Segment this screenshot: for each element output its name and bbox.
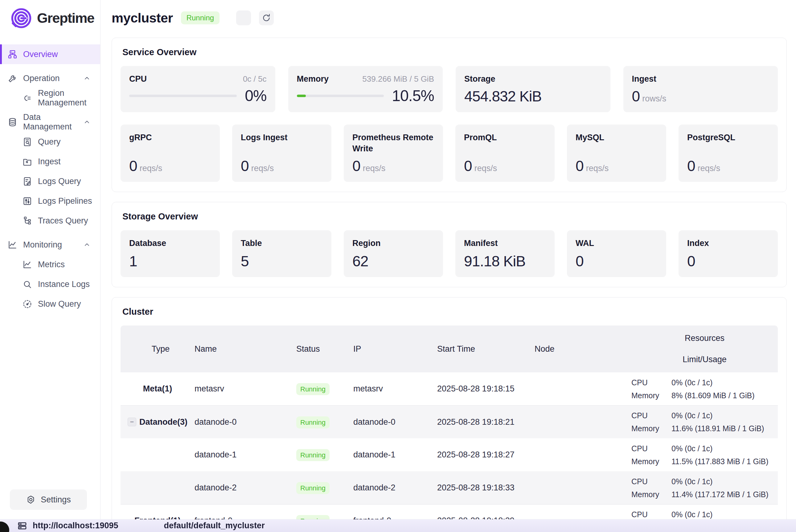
value-unit: reqs/s: [698, 164, 720, 173]
chart-icon: [7, 240, 18, 250]
region-card: Region62: [344, 230, 443, 277]
sidebar-item-region-management[interactable]: Region Management: [0, 88, 100, 108]
cluster-row-datanode-1: datanode-1Runningdatanode-12025-08-28 19…: [120, 438, 778, 471]
sidebar-item-traces-query[interactable]: Traces Query: [0, 211, 100, 231]
storage-value: 454.832 KiB: [464, 88, 602, 105]
table-value: 5: [241, 253, 323, 270]
ingest-value: 0rows/s: [632, 88, 770, 105]
card-title: Region: [353, 238, 381, 249]
sidebar-item-metrics[interactable]: Metrics: [0, 254, 100, 274]
memory-percent: 10.5%: [392, 87, 434, 105]
value-unit: reqs/s: [140, 164, 163, 173]
folder-in-icon: [22, 156, 32, 167]
sidebar-item-label: Metrics: [38, 260, 65, 269]
greptime-logo: Greptime: [0, 0, 100, 32]
storage-overview-panel: Storage Overview Database1Table5Region62…: [112, 202, 787, 287]
row-status-badge: Running: [296, 449, 329, 461]
collapse-group-button[interactable]: −: [128, 418, 136, 426]
card-title: Manifest: [464, 238, 498, 249]
card-title: Ingest: [632, 73, 657, 84]
sidebar-item-data-management[interactable]: Data Management: [0, 112, 100, 132]
cell-type: −Datanode(3): [120, 417, 194, 427]
sidebar-item-label: Region Management: [38, 89, 100, 108]
greptime-logo-icon: [9, 6, 33, 30]
row-status-badge: Running: [296, 482, 329, 494]
prometheus-remote-write-value: 0reqs/s: [353, 157, 434, 174]
connection-url: http://localhost:19095: [33, 521, 118, 530]
memory-progress-bar: [297, 95, 384, 97]
card-title: Database: [129, 238, 166, 249]
card-title: gRPC: [129, 132, 152, 143]
cluster-table: TypeNameStatusIPStart TimeNodeResourcesL…: [120, 325, 778, 532]
card-title: Logs Ingest: [241, 132, 288, 143]
cell-status: Running: [296, 417, 353, 427]
sidebar-item-label: Monitoring: [23, 240, 62, 250]
storage-overview-row: Database1Table5Region62Manifest91.18 KiB…: [120, 230, 778, 277]
gauge-icon: [22, 299, 32, 309]
cpu-progress-bar: [129, 95, 237, 97]
sidebar-item-overview[interactable]: Overview: [0, 44, 100, 64]
sidebar-item-slow-query[interactable]: Slow Query: [0, 294, 100, 314]
cell-name: datanode-1: [194, 450, 296, 460]
sidebar-item-instance-logs[interactable]: Instance Logs: [0, 274, 100, 294]
limit-usage-header: Limit/Usage: [631, 355, 778, 364]
sidebar-item-label: Ingest: [38, 157, 61, 167]
sidebar-item-logs-pipelines[interactable]: Logs Pipelines: [0, 191, 100, 211]
cluster-row-datanode-2: datanode-2Runningdatanode-22025-08-28 19…: [120, 471, 778, 504]
sidebar: Greptime OverviewOperationRegion Managem…: [0, 0, 100, 532]
value-unit: rows/s: [642, 94, 666, 103]
region-value: 62: [353, 253, 434, 270]
sidebar-nav: OverviewOperationRegion ManagementData M…: [0, 44, 100, 314]
ingest-card: Ingest0rows/s: [623, 66, 778, 112]
sidebar-item-monitoring[interactable]: Monitoring: [0, 235, 100, 254]
cell-start-time: 2025-08-28 19:18:15: [437, 384, 535, 394]
sidebar-item-operation[interactable]: Operation: [0, 69, 100, 88]
cluster-row-metasrv: Meta(1)metasrvRunningmetasrv2025-08-28 1…: [120, 372, 778, 405]
cluster-table-header: TypeNameStatusIPStart TimeNodeResourcesL…: [120, 325, 778, 372]
cell-start-time: 2025-08-28 19:18:27: [437, 450, 535, 460]
sidebar-item-ingest[interactable]: Ingest: [0, 152, 100, 171]
chart-icon: [22, 260, 32, 270]
storage-card: Storage454.832 KiB: [456, 66, 610, 112]
cell-resource-values: 0% (0c / 1c)8% (81.609 MiB / 1 GiB): [671, 376, 778, 402]
memory-limit-usage: 11.6% (118.91 MiB / 1 GiB): [671, 422, 778, 435]
row-status-badge: Running: [296, 383, 329, 395]
column-header-status: Status: [296, 344, 353, 354]
sliders-icon: [22, 196, 32, 206]
settings-wrap: Settings: [10, 490, 87, 510]
cell-resource-values: 0% (0c / 1c)11.4% (117.172 MiB / 1 GiB): [671, 475, 778, 501]
cpu-limit-usage: 0% (0c / 1c): [671, 409, 778, 422]
blank-action-button[interactable]: [236, 11, 251, 25]
card-title: MySQL: [575, 132, 604, 143]
card-title: Table: [241, 238, 262, 249]
sidebar-item-label: Traces Query: [38, 216, 88, 226]
wrench-icon: [7, 73, 18, 83]
sidebar-item-logs-query[interactable]: Logs Query: [0, 171, 100, 191]
chevron-up-icon: [83, 74, 91, 82]
promql-card: PromQL0reqs/s: [455, 125, 555, 182]
sidebar-item-query[interactable]: Query: [0, 132, 100, 152]
wal-card: WAL0: [567, 230, 666, 277]
wal-value: 0: [575, 253, 658, 270]
service-overview-title: Service Overview: [122, 47, 778, 57]
service-overview-row2: gRPC0reqs/sLogs Ingest0reqs/sPrometheus …: [120, 125, 778, 182]
cell-name: datanode-0: [194, 417, 296, 427]
database-value: 1: [129, 253, 211, 270]
column-header-type: Type: [120, 344, 194, 354]
refresh-button[interactable]: [259, 11, 274, 25]
cell-ip: metasrv: [353, 384, 437, 394]
cell-resource-labels: CPUMemory: [631, 475, 671, 501]
card-title: PromQL: [464, 132, 497, 143]
cluster-icon: [7, 49, 18, 59]
settings-button[interactable]: Settings: [10, 490, 87, 510]
page-header: mycluster Running: [112, 8, 787, 28]
cell-start-time: 2025-08-28 19:18:33: [437, 483, 535, 493]
cpu-percent: 0%: [245, 87, 266, 105]
service-overview-row1: CPU0c / 5c0%Memory539.266 MiB / 5 GiB10.…: [120, 66, 778, 112]
grpc-card: gRPC0reqs/s: [120, 125, 220, 182]
column-header-node: Node: [535, 344, 631, 354]
cell-resource-labels: CPUMemory: [631, 409, 671, 435]
cell-ip: datanode-2: [353, 483, 437, 493]
index-value: 0: [687, 253, 769, 270]
region-icon: [22, 93, 32, 103]
